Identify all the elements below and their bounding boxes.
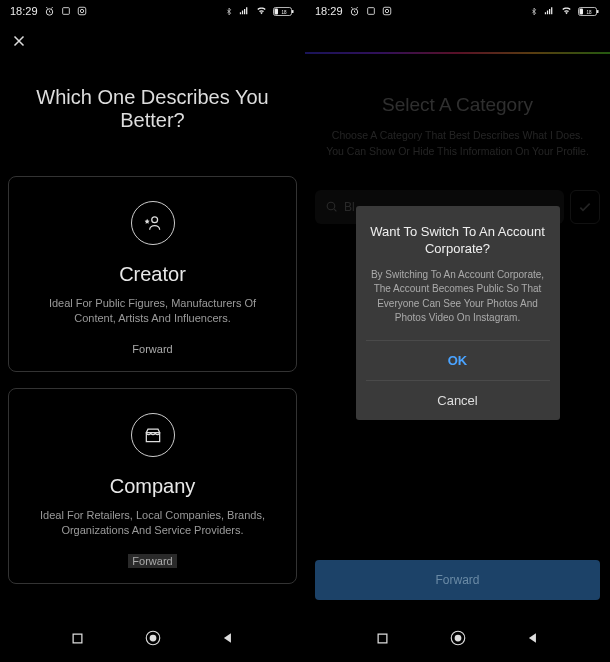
instagram-icon bbox=[77, 6, 87, 16]
svg-rect-6 bbox=[275, 8, 279, 14]
square-icon bbox=[61, 6, 71, 16]
creator-card[interactable]: Creator Ideal For Public Figures, Manufa… bbox=[8, 176, 297, 372]
battery-icon: 18 bbox=[273, 6, 295, 17]
svg-text:18: 18 bbox=[281, 9, 287, 14]
bluetooth-icon bbox=[225, 6, 233, 17]
svg-point-23 bbox=[455, 635, 462, 642]
status-bar: 18:29 18 bbox=[305, 0, 610, 22]
company-forward-link[interactable]: Forward bbox=[128, 554, 176, 568]
svg-rect-1 bbox=[62, 8, 69, 15]
nav-back-button[interactable] bbox=[526, 631, 540, 649]
creator-title: Creator bbox=[23, 263, 282, 286]
bluetooth-icon bbox=[530, 6, 538, 17]
svg-point-8 bbox=[151, 217, 157, 223]
svg-rect-17 bbox=[597, 10, 599, 13]
company-card[interactable]: Company Ideal For Retailers, Local Compa… bbox=[8, 388, 297, 584]
dialog-title: Want To Switch To An Account Corporate? bbox=[366, 224, 550, 258]
screen-account-type: 18:29 18 bbox=[0, 0, 305, 662]
status-bar: 18:29 18 bbox=[0, 0, 305, 22]
battery-icon: 18 bbox=[578, 6, 600, 17]
svg-rect-5 bbox=[292, 10, 294, 13]
svg-rect-18 bbox=[580, 8, 584, 14]
signal-icon bbox=[543, 6, 555, 16]
dialog-ok-button[interactable]: OK bbox=[366, 340, 550, 380]
creator-icon bbox=[131, 201, 175, 245]
nav-recent-button[interactable] bbox=[375, 631, 390, 650]
creator-desc: Ideal For Public Figures, Manufacturers … bbox=[23, 296, 282, 327]
switch-account-dialog: Want To Switch To An Account Corporate? … bbox=[356, 206, 560, 420]
dialog-body: By Switching To An Account Corporate, Th… bbox=[368, 268, 548, 326]
alarm-icon bbox=[349, 6, 360, 17]
svg-rect-9 bbox=[73, 634, 82, 643]
svg-point-11 bbox=[150, 635, 157, 642]
status-time: 18:29 bbox=[315, 5, 343, 17]
android-navbar bbox=[305, 618, 610, 662]
android-navbar bbox=[0, 618, 305, 662]
status-time: 18:29 bbox=[10, 5, 38, 17]
company-icon bbox=[131, 413, 175, 457]
svg-rect-13 bbox=[367, 8, 374, 15]
company-title: Company bbox=[23, 475, 282, 498]
svg-point-15 bbox=[385, 9, 388, 12]
svg-rect-2 bbox=[78, 7, 86, 15]
instagram-icon bbox=[382, 6, 392, 16]
nav-home-button[interactable] bbox=[449, 629, 467, 651]
dialog-overlay: Want To Switch To An Account Corporate? … bbox=[305, 22, 610, 618]
company-desc: Ideal For Retailers, Local Companies, Br… bbox=[23, 508, 282, 539]
alarm-icon bbox=[44, 6, 55, 17]
creator-forward-link[interactable]: Forward bbox=[132, 343, 172, 355]
svg-text:18: 18 bbox=[586, 9, 592, 14]
svg-rect-21 bbox=[378, 634, 387, 643]
svg-rect-14 bbox=[383, 7, 391, 15]
signal-icon bbox=[238, 6, 250, 16]
nav-back-button[interactable] bbox=[221, 631, 235, 649]
nav-home-button[interactable] bbox=[144, 629, 162, 651]
wifi-icon bbox=[255, 6, 268, 16]
svg-point-3 bbox=[80, 9, 83, 12]
square-icon bbox=[366, 6, 376, 16]
nav-recent-button[interactable] bbox=[70, 631, 85, 650]
dialog-cancel-button[interactable]: Cancel bbox=[366, 380, 550, 420]
page-title: Which One Describes You Better? bbox=[8, 86, 297, 132]
wifi-icon bbox=[560, 6, 573, 16]
close-button[interactable] bbox=[0, 22, 305, 60]
